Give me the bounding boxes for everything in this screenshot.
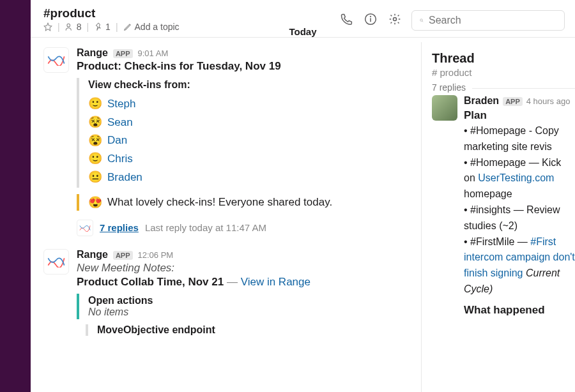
- replies-link[interactable]: 7 replies: [100, 222, 139, 233]
- thread-title: Thread: [432, 51, 575, 66]
- checkin-item: 😵Sean: [88, 113, 408, 132]
- plan-heading: Plan: [464, 109, 575, 122]
- message-list: Range APP 9:01 AM Product: Check-ins for…: [31, 42, 422, 392]
- svg-line-6: [422, 21, 424, 22]
- thread-summary[interactable]: 7 replies Last reply today at 11:47 AM: [77, 217, 408, 241]
- app-badge: APP: [113, 49, 133, 58]
- app-avatar: [77, 220, 93, 236]
- user-link[interactable]: Dan: [107, 132, 127, 149]
- user-link[interactable]: Sean: [107, 114, 133, 131]
- checkin-item: 😵Dan: [88, 132, 408, 150]
- thread-time: 4 hours ago: [526, 96, 571, 106]
- svg-point-4: [394, 18, 397, 21]
- svg-point-3: [371, 16, 371, 17]
- app-badge: APP: [503, 97, 523, 106]
- message-time: 12:06 PM: [138, 250, 174, 260]
- plan-bullets: • #Homepage - Copy marketing site revis•…: [464, 123, 575, 298]
- user-link[interactable]: Steph: [107, 95, 135, 112]
- date-divider: Today: [31, 26, 575, 42]
- message-author[interactable]: Range: [77, 249, 108, 260]
- thread-channel[interactable]: # product: [432, 67, 575, 78]
- app-badge: APP: [113, 251, 133, 260]
- checkin-item: 🙂Chris: [88, 149, 408, 168]
- thread-author[interactable]: Braden: [464, 95, 499, 107]
- view-in-range-link[interactable]: View in Range: [241, 276, 310, 288]
- message-title: Product: Check-ins for Tuesday, Nov 19: [77, 60, 408, 73]
- workspace-sidebar[interactable]: [0, 0, 31, 392]
- user-link[interactable]: Braden: [107, 169, 142, 186]
- svg-point-5: [420, 19, 423, 22]
- what-happened-heading: What happened: [464, 304, 575, 317]
- checkin-item: 🙂Steph: [88, 94, 408, 113]
- thread-message[interactable]: Braden APP 4 hours ago Plan • #Homepage …: [432, 95, 575, 317]
- user-link[interactable]: Chris: [107, 150, 133, 167]
- last-reply-time: Last reply today at 11:47 AM: [145, 222, 266, 233]
- heart-eyes-icon: 😍: [88, 195, 102, 209]
- message[interactable]: Range APP 12:06 PM New Meeting Notes: Pr…: [31, 244, 421, 338]
- checkin-item: 😐Braden: [88, 168, 408, 186]
- message[interactable]: Range APP 9:01 AM Product: Check-ins for…: [31, 42, 421, 244]
- message-time: 9:01 AM: [138, 49, 169, 58]
- channel-name[interactable]: #product: [43, 6, 340, 20]
- checkins-attachment: View check-ins from: 🙂Steph 😵Sean 😵Dan 🙂…: [77, 78, 408, 188]
- app-avatar[interactable]: [43, 47, 69, 73]
- search-icon: [420, 15, 424, 26]
- summary-attachment: 😍What lovely check-ins! Everyone shared …: [77, 194, 408, 211]
- move-objective: MoveObjective endpoint: [86, 324, 408, 336]
- meeting-line: Product Collab Time, Nov 21 — View in Ra…: [77, 276, 408, 289]
- open-actions-attachment: Open actions No items: [77, 294, 408, 319]
- app-avatar[interactable]: [43, 249, 69, 275]
- message-author[interactable]: Range: [77, 47, 108, 59]
- thread-reply-count: 7 replies: [432, 82, 472, 93]
- message-subtitle: New Meeting Notes:: [77, 262, 408, 275]
- thread-panel: Thread # product 7 replies Braden APP 4 …: [422, 42, 575, 392]
- avatar[interactable]: [432, 95, 457, 121]
